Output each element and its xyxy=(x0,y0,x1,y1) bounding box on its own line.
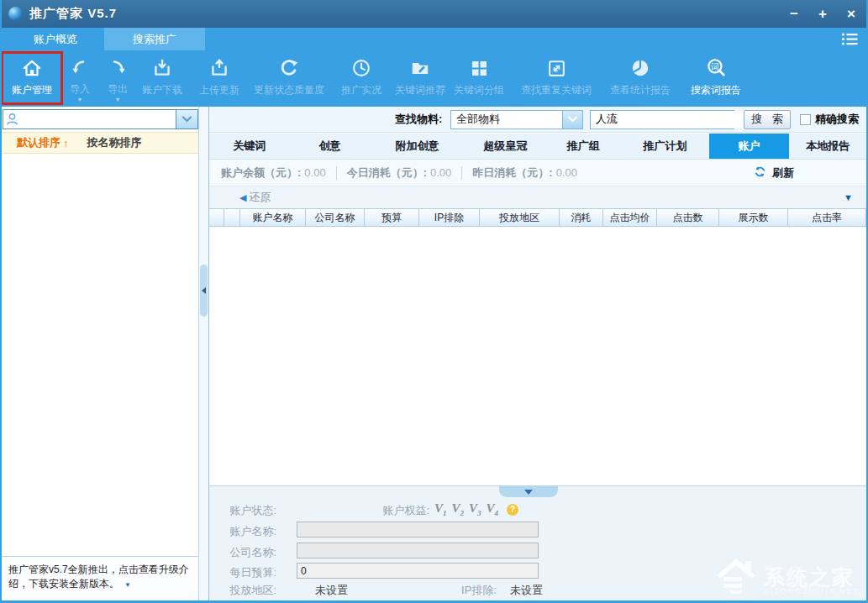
sort-by-name-button[interactable]: 按名称排序 xyxy=(87,135,142,150)
nav-tab-account-overview[interactable]: 账户概览 xyxy=(7,28,104,50)
maximize-button[interactable]: + xyxy=(814,6,831,23)
watermark-house-icon xyxy=(713,552,759,595)
column-header-account-name[interactable]: 账户名称 xyxy=(240,209,306,226)
help-icon[interactable]: ? xyxy=(507,504,518,516)
panel-collapse-caret-icon[interactable]: ▼ xyxy=(844,192,853,202)
toolbar-keyword-recommend[interactable]: 关键词推荐 xyxy=(389,54,451,102)
account-rights-label: 账户权益: xyxy=(362,503,429,518)
toolbar-label: 导入 xyxy=(70,82,90,97)
tab-creative[interactable]: 创意 xyxy=(290,134,371,159)
toolbar-account-management[interactable]: 账户管理 xyxy=(3,54,60,102)
table-header: 账户名称 公司名称 预算 IP排除 投放地区 消耗 点击均价 点击数 展示数 点… xyxy=(209,208,866,227)
column-header-impressions[interactable]: 展示数 xyxy=(719,209,788,226)
column-header-company-name[interactable]: 公司名称 xyxy=(306,209,365,226)
form-collapse-handle[interactable] xyxy=(499,486,558,497)
refresh-label: 刷新 xyxy=(772,165,794,181)
toolbar-promotion-live[interactable]: 推广实况 xyxy=(335,54,387,102)
column-header-avg-click-price[interactable]: 点击均价 xyxy=(603,209,657,226)
company-name-input[interactable] xyxy=(297,543,539,558)
sidebar-sort-bar: 默认排序 ↑ 按名称排序 xyxy=(2,132,198,154)
account-tree-area[interactable] xyxy=(2,155,198,555)
menu-list-icon[interactable] xyxy=(841,32,858,50)
account-name-label: 账户名称: xyxy=(209,524,276,539)
column-header[interactable] xyxy=(224,209,240,226)
toolbar-label: 推广实况 xyxy=(341,83,381,97)
toolbar-label: 账户下载 xyxy=(142,83,182,97)
account-rights-badges: V1 V2 V3 V4 ? xyxy=(434,501,518,517)
column-header-ip-exclude[interactable]: IP排除 xyxy=(419,209,480,226)
account-detail-form: 账户状态: 账户权益: V1 V2 V3 V4 ? 账户名称: 公司名称: xyxy=(209,485,866,600)
keyword-search-input[interactable] xyxy=(591,111,744,128)
column-header-ctr[interactable]: 点击率 xyxy=(788,209,866,226)
toolbar-label: 关键词推荐 xyxy=(395,83,445,97)
v2-badge: V2 xyxy=(452,501,465,517)
account-search-input[interactable] xyxy=(3,109,176,129)
tab-promotion-plan[interactable]: 推广计划 xyxy=(621,134,709,159)
chevron-down-icon[interactable] xyxy=(562,111,582,128)
column-header-region[interactable]: 投放地区 xyxy=(480,209,560,226)
search-button[interactable]: 搜 索 xyxy=(744,110,791,129)
home-icon xyxy=(21,55,43,81)
form-row-status: 账户状态: 账户权益: V1 V2 V3 V4 ? xyxy=(209,503,866,518)
tab-extra-creative[interactable]: 附加创意 xyxy=(370,134,465,159)
v3-badge: V3 xyxy=(469,501,481,517)
restore-button[interactable]: 还原 xyxy=(249,190,271,205)
dropdown-caret-icon[interactable]: ▼ xyxy=(115,97,121,102)
tab-super-crown[interactable]: 超级皇冠 xyxy=(465,134,546,159)
column-header[interactable] xyxy=(209,209,224,226)
collapse-down-icon xyxy=(524,490,533,495)
toolbar-find-duplicate[interactable]: 查找重复关键词 xyxy=(514,54,598,102)
tab-keywords[interactable]: 关键词 xyxy=(209,134,290,159)
refresh-button[interactable]: 刷新 xyxy=(754,165,794,181)
close-button[interactable]: × xyxy=(843,6,860,23)
toolbar-label: 账户管理 xyxy=(12,83,52,97)
material-select[interactable]: 全部物料 xyxy=(450,110,583,129)
toolbar-label: 更新状态质量度 xyxy=(254,83,324,97)
column-header-cost[interactable]: 消耗 xyxy=(560,209,603,226)
sidebar-collapse-handle[interactable] xyxy=(200,265,208,317)
account-name-input[interactable] xyxy=(297,522,539,537)
sidebar-divider xyxy=(199,107,208,600)
material-select-value: 全部物料 xyxy=(451,112,562,127)
form-row-account-name: 账户名称: xyxy=(209,522,866,538)
toolbar-upload-update[interactable]: 上传更新 xyxy=(194,54,245,102)
folder-icon xyxy=(409,55,431,81)
grid-icon xyxy=(469,55,489,81)
column-header-clicks[interactable]: 点击数 xyxy=(657,209,719,226)
toolbar-keyword-group[interactable]: 关键词分组 xyxy=(448,54,510,102)
toolbar-account-download[interactable]: 账户下载 xyxy=(137,54,187,102)
collapse-left-icon xyxy=(202,287,206,294)
ip-exclude-value[interactable]: 未设置 xyxy=(510,583,543,598)
person-icon xyxy=(6,113,18,129)
nav-tab-search-promotion[interactable]: 搜索推广 xyxy=(104,28,205,50)
upgrade-notice[interactable]: 推广管家v5.7全新推出，点击查看升级介绍，下载安装全新版本。▼ xyxy=(2,556,198,600)
v4-badge: V4 xyxy=(487,501,499,517)
window-title: 推广管家 V5.7 xyxy=(29,6,117,22)
toolbar-search-word-report[interactable]: 词 搜索词报告 xyxy=(682,54,750,102)
table-body[interactable] xyxy=(209,227,866,485)
watermark: 系统之家 XITONGZHIJIA.NET xyxy=(713,552,860,595)
watermark-text: 系统之家 xyxy=(764,567,860,587)
notice-caret-icon[interactable]: ▼ xyxy=(124,581,131,589)
toolbar-view-statistics[interactable]: 查看统计报告 xyxy=(604,54,676,102)
region-value[interactable]: 未设置 xyxy=(315,583,348,598)
tab-promotion-group[interactable]: 推广组 xyxy=(545,134,621,159)
toolbar-import[interactable]: 导入 ▼ xyxy=(65,54,95,102)
refresh-icon xyxy=(278,55,300,81)
column-header-budget[interactable]: 预算 xyxy=(365,209,419,226)
toolbar-export[interactable]: 导出 ▼ xyxy=(103,54,133,102)
dropdown-caret-icon[interactable]: ▼ xyxy=(77,97,83,102)
minimize-button[interactable]: − xyxy=(786,6,802,23)
search-dropdown-button[interactable] xyxy=(176,109,198,129)
toolbar-label: 搜索词报告 xyxy=(691,83,741,97)
tab-local-report[interactable]: 本地报告 xyxy=(789,134,866,159)
exact-search-checkbox[interactable] xyxy=(800,114,811,125)
toolbar-update-quality[interactable]: 更新状态质量度 xyxy=(249,54,329,102)
sort-default-button[interactable]: 默认排序 xyxy=(17,135,60,150)
account-stats-row: 账户余额（元）: 0.00 今日消耗（元）: 0.00 昨日消耗（元）: 0.0… xyxy=(209,160,866,186)
exact-search-label: 精确搜索 xyxy=(815,112,859,127)
toolbar-label: 查看统计报告 xyxy=(610,83,671,97)
tab-account[interactable]: 账户 xyxy=(709,134,790,159)
pie-chart-icon xyxy=(629,55,651,81)
daily-budget-input[interactable] xyxy=(297,563,539,579)
